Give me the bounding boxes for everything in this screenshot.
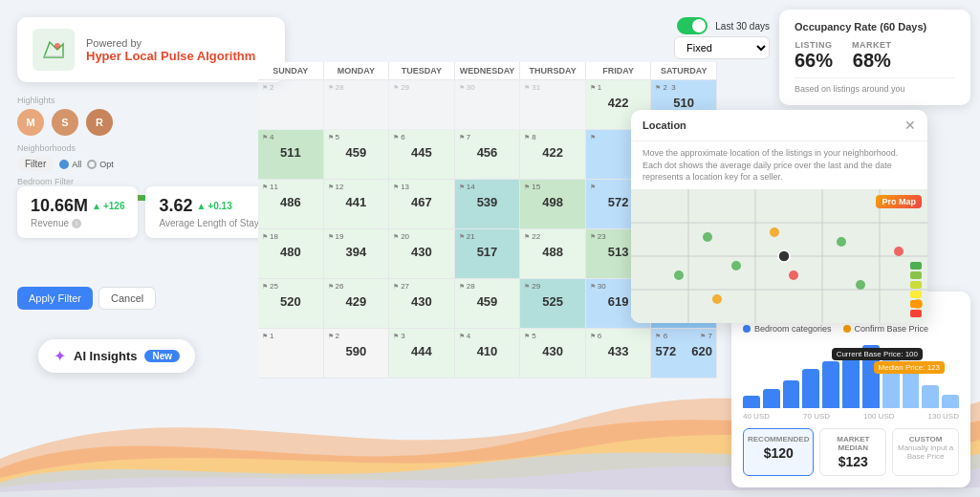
map-icon	[40, 36, 67, 63]
table-row[interactable]: ⚑ 11486	[258, 180, 324, 229]
cal-header-thu: THURSDAY	[520, 62, 586, 80]
table-row[interactable]: ⚑ 21517	[455, 229, 521, 279]
bp-options: RECOMMENDED $120 MARKET MEDIAN $123 CUST…	[743, 428, 959, 476]
svg-point-18	[712, 294, 722, 304]
market-label: MARKET	[852, 40, 892, 50]
table-row[interactable]: ⚑ 8422	[520, 130, 586, 180]
bar-3	[783, 380, 800, 408]
toggle-thumb	[692, 19, 706, 32]
table-row[interactable]: ⚑ 27430	[389, 279, 455, 329]
table-row[interactable]: ⚑ 25520	[258, 279, 324, 329]
table-row[interactable]: ⚑ 2590	[324, 329, 390, 378]
apply-filter-button[interactable]: Apply Filter	[17, 287, 93, 310]
pricing-mode-dropdown[interactable]: Fixed Dynamic Custom	[674, 36, 770, 59]
base-price-chart: Current Base Price: 100 Median Price: 12…	[743, 341, 959, 408]
table-row[interactable]: ⚑ 13467	[389, 180, 455, 229]
powered-label: Powered by	[86, 37, 255, 49]
legend-mid-high	[910, 271, 922, 279]
legend-low	[910, 300, 922, 308]
popup-close-button[interactable]: ✕	[904, 118, 916, 133]
table-row[interactable]: ⚑ 3444	[389, 329, 455, 378]
avatar-2: S	[52, 109, 78, 136]
listing-value: 66%	[795, 50, 833, 72]
table-row[interactable]: ⚑ 4410	[455, 329, 521, 378]
calendar-header: SUNDAY MONDAY TUESDAY WEDNESDAY THURSDAY…	[258, 62, 717, 80]
revenue-info-icon[interactable]: i	[72, 219, 81, 228]
occupancy-title: Occupancy Rate (60 Days)	[795, 21, 955, 32]
legend-very-low	[910, 310, 922, 317]
bp-recommended[interactable]: RECOMMENDED $120	[743, 428, 814, 476]
stat-row-1: M S R	[17, 109, 266, 136]
svg-point-20	[894, 247, 904, 256]
filter-tag-1[interactable]: Filter	[17, 157, 54, 171]
table-row[interactable]: ⚑ 26429	[324, 279, 390, 329]
toggle-row: Last 30 days	[677, 17, 770, 34]
table-row[interactable]: ⚑ 18480	[258, 229, 324, 279]
occupancy-card: Occupancy Rate (60 Days) LISTING 66% MAR…	[779, 10, 970, 105]
bar-9	[903, 372, 920, 409]
bar-10	[922, 385, 939, 409]
table-row[interactable]: ⚑ 6⚑ 7572620	[651, 329, 717, 378]
table-row[interactable]: ⚑ 15498	[520, 180, 586, 229]
bp-market-median[interactable]: MARKET MEDIAN $123	[819, 428, 886, 476]
svg-point-17	[856, 280, 865, 290]
occupancy-note: Based on listings around you	[795, 77, 955, 94]
svg-point-16	[837, 237, 846, 247]
occupancy-listing: LISTING 66%	[795, 40, 833, 72]
revenue-delta: ▲ +126	[92, 201, 124, 211]
table-row[interactable]: ⚑ 28	[324, 80, 390, 130]
ai-insights-label: AI Insights	[74, 349, 137, 363]
table-row[interactable]: ⚑ 6433	[586, 329, 652, 378]
cancel-button[interactable]: Cancel	[98, 287, 156, 310]
bp-custom[interactable]: CUSTOM Manually input a Base Price	[892, 428, 959, 476]
svg-point-14	[770, 227, 779, 237]
ai-insights-button[interactable]: ✦ AI Insights New	[38, 339, 195, 373]
legend-bedroom: Bedroom categories	[743, 324, 832, 334]
table-row[interactable]: ⚑ 29	[389, 80, 455, 130]
avatar-3: R	[86, 109, 113, 136]
filter-action-area: Apply Filter Cancel	[17, 287, 156, 310]
pro-badge[interactable]: Pro Map	[876, 195, 922, 208]
radio-opt[interactable]: Opt	[87, 160, 114, 169]
table-row[interactable]: ⚑ 2	[258, 80, 324, 130]
metric-revenue: 10.66M ▲ +126 Revenue i	[17, 186, 138, 238]
svg-point-12	[703, 232, 712, 242]
table-row[interactable]: ⚑ 1	[258, 329, 324, 378]
table-row[interactable]: ⚑ 22488	[520, 229, 586, 279]
table-row[interactable]: ⚑ 31	[520, 80, 586, 130]
pricing-mode-select[interactable]: Fixed Dynamic Custom	[674, 36, 770, 59]
table-row[interactable]: ⚑ 30	[455, 80, 521, 130]
new-badge: New	[144, 350, 180, 362]
neighborhoods-label: Neighborhoods	[17, 143, 266, 153]
svg-point-15	[789, 270, 798, 280]
table-row[interactable]: ⚑ 19394	[324, 229, 390, 279]
table-row[interactable]: ⚑ 12441	[324, 180, 390, 229]
bar-1	[743, 396, 760, 408]
market-value: 68%	[852, 50, 892, 72]
radio-all[interactable]: All	[59, 160, 81, 169]
table-row[interactable]: ⚑ 5459	[324, 130, 390, 180]
powered-by-text: Powered by Hyper Local Pulse Algorithm	[86, 37, 255, 63]
bp-legend: Bedroom categories Confirm Base Price	[743, 324, 959, 334]
table-row[interactable]: ⚑ 4511	[258, 130, 324, 180]
occupancy-market: MARKET 68%	[852, 40, 892, 72]
alos-value: 3.62 ▲ +0.13	[159, 196, 258, 216]
popup-title: Location	[642, 119, 686, 131]
table-row[interactable]: ⚑ 29525	[520, 279, 586, 329]
table-row[interactable]: ⚑ 7456	[455, 130, 521, 180]
table-row[interactable]: ⚑ 20430	[389, 229, 455, 279]
bedroom-filter-label: Bedroom Filter	[17, 177, 266, 186]
cal-header-wed: WEDNESDAY	[455, 62, 521, 80]
bar-2	[763, 389, 780, 408]
legend-mid	[910, 281, 922, 289]
powered-by-card: Powered by Hyper Local Pulse Algorithm	[17, 17, 285, 82]
popup-header: Location ✕	[631, 110, 927, 141]
table-row[interactable]: ⚑ 28459	[455, 279, 521, 329]
table-row[interactable]: ⚑ 5430	[520, 329, 586, 378]
svg-point-21	[674, 270, 684, 280]
table-row[interactable]: ⚑ 14539	[455, 180, 521, 229]
cal-header-sat: SATURDAY	[651, 62, 717, 80]
last30days-toggle[interactable]	[677, 17, 708, 34]
table-row[interactable]: ⚑ 6445	[389, 130, 455, 180]
popup-map: Pro Map	[631, 189, 927, 323]
